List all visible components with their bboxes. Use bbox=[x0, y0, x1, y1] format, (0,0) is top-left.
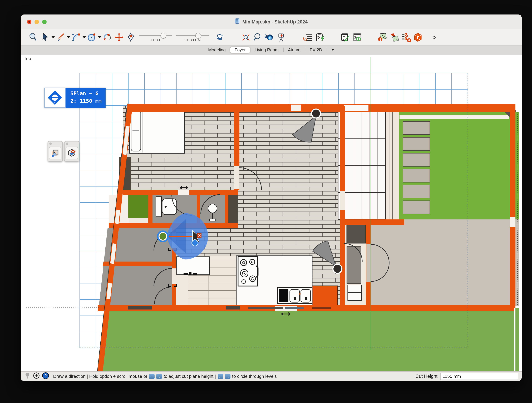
side-garden bbox=[399, 110, 516, 219]
section-height: Z: 1150 mm bbox=[70, 98, 101, 105]
run-clipboard-tool[interactable] bbox=[314, 32, 326, 43]
select-tool[interactable] bbox=[39, 32, 51, 43]
minimize-button[interactable] bbox=[34, 19, 39, 24]
geolocation-icon[interactable] bbox=[24, 372, 31, 380]
model-viewport[interactable]: Top bbox=[21, 55, 522, 371]
tab-living-room[interactable]: Living Room bbox=[250, 47, 283, 53]
yard-lawn bbox=[98, 308, 514, 371]
appliance-dark bbox=[347, 224, 366, 243]
tab-modeling[interactable]: Modeling bbox=[204, 47, 230, 53]
circle-tool[interactable] bbox=[86, 32, 98, 43]
kitchen-orange-unit bbox=[312, 286, 337, 305]
bathroom-2 bbox=[200, 195, 225, 223]
hint-prefix: Draw a direction | Hold option + scroll … bbox=[53, 374, 147, 379]
mini-palette-1-titlebar[interactable] bbox=[48, 141, 63, 146]
bedroom-bed bbox=[129, 108, 184, 153]
tab-atrium[interactable]: Atrium bbox=[283, 47, 305, 53]
shadow-date-slider[interactable]: 11/08 bbox=[139, 33, 172, 42]
eraser-tool[interactable] bbox=[214, 32, 226, 43]
extension-warehouse-tool[interactable] bbox=[412, 32, 424, 43]
cut-height-input[interactable] bbox=[440, 373, 518, 380]
shadow-time-slider[interactable]: 01:30 PM bbox=[176, 33, 209, 42]
console-preview-tool[interactable] bbox=[351, 32, 363, 43]
mini-palette-1 bbox=[48, 141, 63, 161]
traffic-lights bbox=[27, 19, 47, 24]
position-camera-tool[interactable] bbox=[275, 32, 287, 43]
section-cut-toggle-button[interactable] bbox=[66, 147, 78, 160]
move-tool[interactable] bbox=[113, 32, 125, 43]
kitchen-sink bbox=[278, 288, 312, 304]
hint-suffix: to circle through levels bbox=[232, 374, 277, 379]
zoom-tool[interactable] bbox=[252, 32, 264, 43]
tab-foyer[interactable]: Foyer bbox=[230, 47, 250, 53]
sketchup-window: MiniMap.skp - SketchUp 2024 bbox=[21, 14, 522, 381]
section-plane-icon bbox=[44, 88, 66, 108]
window-title: MiniMap.skp - SketchUp 2024 bbox=[242, 19, 308, 24]
tab-ev-2d[interactable]: EV-2D bbox=[305, 47, 327, 53]
shadow-date-label: 11/08 bbox=[139, 38, 172, 42]
mini-palette-2-titlebar[interactable] bbox=[64, 141, 79, 146]
section-name: SPlan – G bbox=[70, 90, 101, 98]
walkway-strip bbox=[386, 112, 399, 219]
fix-problems-tool[interactable] bbox=[388, 32, 400, 43]
pergola-grid bbox=[338, 112, 386, 219]
hint-mid: to adjust cut plane height | bbox=[164, 374, 216, 379]
closet-dark bbox=[228, 195, 238, 223]
report-issue-tool[interactable] bbox=[377, 32, 388, 43]
status-bar: ? Draw a direction | Hold option + scrol… bbox=[21, 371, 522, 381]
toolbar-overflow-button[interactable]: » bbox=[433, 34, 435, 41]
corridor-vanity bbox=[177, 257, 209, 275]
cut-height-label: Cut Height bbox=[415, 374, 437, 379]
status-hint: Draw a direction | Hold option + scroll … bbox=[53, 373, 277, 379]
zoom-window-tool[interactable] bbox=[28, 32, 39, 43]
outliner-refresh-tool[interactable] bbox=[302, 32, 314, 43]
arc-dropdown-caret[interactable] bbox=[82, 36, 86, 38]
zoom-extents-tool[interactable] bbox=[240, 32, 252, 43]
close-button[interactable] bbox=[27, 19, 32, 24]
sketchup-doc-icon bbox=[235, 18, 240, 25]
key-up-icon: ↑ bbox=[149, 373, 155, 379]
scene-tabs-overflow[interactable]: ▼ bbox=[327, 47, 339, 52]
look-around-tool[interactable] bbox=[264, 32, 275, 43]
key-right-icon: → bbox=[225, 373, 230, 379]
scene-tab-bar: Modeling Foyer Living Room Atrium EV-2D … bbox=[21, 45, 522, 55]
svg-text:?: ? bbox=[44, 373, 47, 378]
circle-dropdown-caret[interactable] bbox=[98, 36, 101, 38]
mini-palette-2 bbox=[64, 141, 79, 161]
select-dropdown-caret[interactable] bbox=[51, 36, 55, 38]
stove bbox=[238, 257, 258, 286]
green-rug bbox=[128, 195, 149, 218]
island-gray bbox=[347, 246, 361, 284]
rotate-tool[interactable] bbox=[101, 32, 113, 43]
toolbar: 11/08 01:30 PM bbox=[21, 29, 522, 45]
section-plane-tooltip: SPlan – G Z: 1150 mm bbox=[44, 88, 106, 108]
credit-attribution-icon[interactable] bbox=[33, 372, 40, 380]
shadow-time-label: 01:30 PM bbox=[176, 38, 209, 42]
node-sequence-tool[interactable] bbox=[400, 32, 412, 43]
clean-notes-tool[interactable] bbox=[340, 32, 351, 43]
help-icon[interactable]: ? bbox=[42, 372, 49, 380]
view-name-label: Top bbox=[24, 56, 31, 61]
placement-point bbox=[192, 240, 198, 246]
title-bar: MiniMap.skp - SketchUp 2024 bbox=[21, 14, 522, 29]
key-down-icon: ↓ bbox=[157, 373, 162, 379]
arc-tool[interactable] bbox=[70, 32, 82, 43]
tape-measure-tool[interactable] bbox=[125, 32, 137, 43]
line-dropdown-caret[interactable] bbox=[67, 36, 70, 38]
section-display-toggle-button[interactable] bbox=[49, 147, 61, 160]
zoom-button[interactable] bbox=[42, 19, 47, 24]
line-tool[interactable] bbox=[55, 32, 67, 43]
key-left-icon: ← bbox=[218, 373, 223, 379]
terrace-floor bbox=[370, 219, 514, 308]
